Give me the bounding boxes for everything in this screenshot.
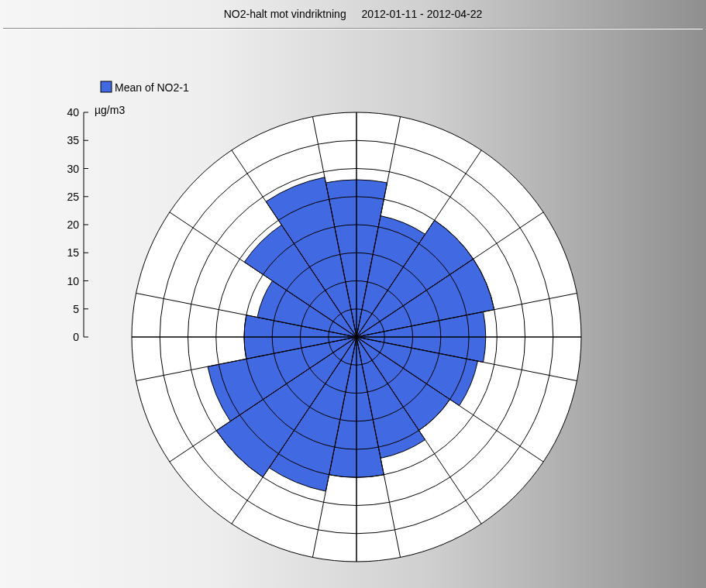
chart-page: NO2-halt mot vindriktning 2012-01-11 - 2… xyxy=(0,0,706,588)
axis-tick-label: 20 xyxy=(67,218,79,231)
legend-swatch xyxy=(101,81,112,92)
polar-chart: 0510152025303540µg/m3Mean of NO2-1 xyxy=(0,31,706,588)
chart-title-bar: NO2-halt mot vindriktning 2012-01-11 - 2… xyxy=(0,0,706,26)
axis-unit-label: µg/m3 xyxy=(95,104,125,116)
axis-tick-label: 30 xyxy=(67,163,79,175)
chart-title-main: NO2-halt mot vindriktning xyxy=(224,8,346,20)
legend-label: Mean of NO2-1 xyxy=(115,81,189,94)
axis-tick-label: 5 xyxy=(73,303,79,315)
axis-tick-label: 35 xyxy=(67,134,79,146)
axis-tick-label: 40 xyxy=(67,106,79,119)
axis-tick-label: 25 xyxy=(67,191,79,203)
axis-tick-label: 15 xyxy=(67,246,79,259)
divider-line xyxy=(3,28,703,29)
chart-title-dates: 2012-01-11 - 2012-04-22 xyxy=(362,8,483,20)
axis-tick-label: 10 xyxy=(67,275,79,287)
axis-tick-label: 0 xyxy=(73,331,79,343)
polar-chart-svg: 0510152025303540µg/m3Mean of NO2-1 xyxy=(0,31,706,588)
